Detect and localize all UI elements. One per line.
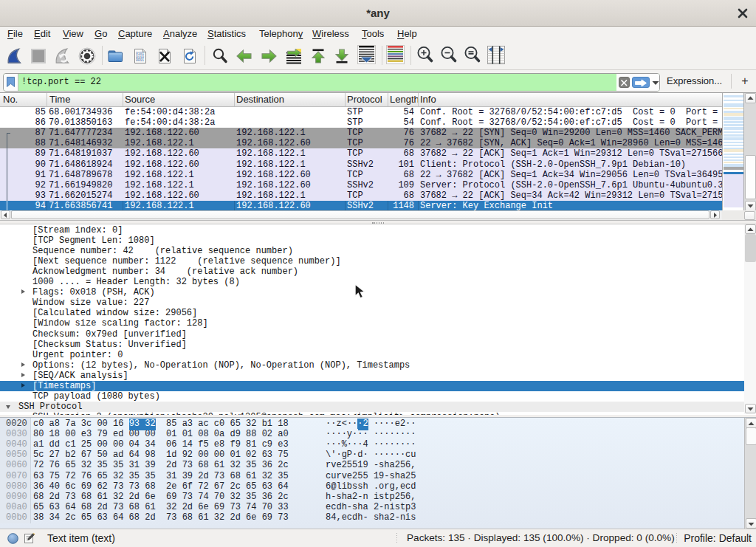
svg-text:0011: 0011 [136,58,144,62]
